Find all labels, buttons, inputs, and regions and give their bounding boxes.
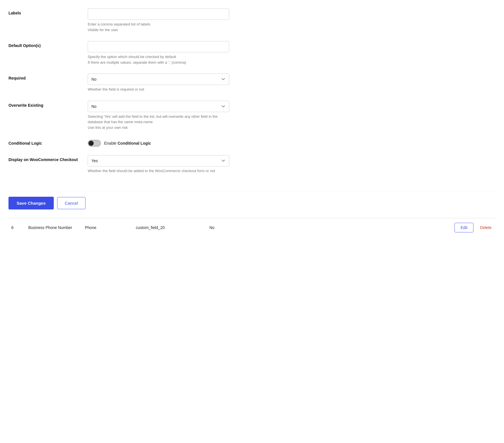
default-options-control: Specify the option which should be check… xyxy=(88,41,229,65)
required-label: Required xyxy=(8,74,82,80)
overwrite-existing-row: Overwrite Existing No Yes Selecting 'Yes… xyxy=(8,101,496,130)
woocommerce-row: Display on WooCommerce Checkout Yes No W… xyxy=(8,155,496,174)
row-field-type: Phone xyxy=(85,225,136,230)
row-number: 6 xyxy=(11,225,28,230)
toggle-slider xyxy=(88,140,101,147)
row-actions: Edit Delete xyxy=(454,223,493,232)
required-control: No Yes Whether the field is required or … xyxy=(88,74,229,92)
row-meta-name: custom_field_20 xyxy=(136,225,209,230)
labels-row: Labels Enter a comma separated list of l… xyxy=(8,8,496,33)
edit-button[interactable]: Edit xyxy=(454,223,473,232)
conditional-logic-toggle-label: Enable Conditional Logic xyxy=(104,141,151,145)
form-section: Labels Enter a comma separated list of l… xyxy=(8,6,496,191)
page-wrapper: Labels Enter a comma separated list of l… xyxy=(0,0,504,243)
labels-control: Enter a comma separated list of labels V… xyxy=(88,8,229,33)
delete-button[interactable]: Delete xyxy=(479,223,493,232)
woocommerce-hint: Whether the field should be added to the… xyxy=(88,168,229,174)
labels-label: Labels xyxy=(8,8,82,15)
conditional-logic-control: Enable Conditional Logic xyxy=(88,139,229,147)
conditional-logic-row: Conditional Logic Enable Conditional Log… xyxy=(8,139,496,147)
default-options-row: Default Option(s) Specify the option whi… xyxy=(8,41,496,65)
table-row: 6 Business Phone Number Phone custom_fie… xyxy=(8,218,496,237)
buttons-row: Save Changes Cancel xyxy=(8,191,496,218)
required-hint: Whether the field is required or not xyxy=(88,87,229,92)
default-options-label: Default Option(s) xyxy=(8,41,82,48)
overwrite-existing-label: Overwrite Existing xyxy=(8,101,82,108)
conditional-logic-label: Conditional Logic xyxy=(8,139,82,145)
default-options-hint: Specify the option which should be check… xyxy=(88,54,229,65)
woocommerce-select[interactable]: Yes No xyxy=(88,155,229,166)
labels-hint: Enter a comma separated list of labels V… xyxy=(88,22,229,33)
default-options-input[interactable] xyxy=(88,41,229,52)
woocommerce-control: Yes No Whether the field should be added… xyxy=(88,155,229,174)
row-required: No xyxy=(209,225,255,230)
woocommerce-label: Display on WooCommerce Checkout xyxy=(8,155,82,162)
overwrite-existing-hint: Selecting 'Yes' will add the field to th… xyxy=(88,114,229,130)
toggle-wrap: Enable Conditional Logic xyxy=(88,139,229,147)
cancel-button[interactable]: Cancel xyxy=(57,197,85,209)
row-field-name: Business Phone Number xyxy=(28,225,85,230)
overwrite-existing-control: No Yes Selecting 'Yes' will add the fiel… xyxy=(88,101,229,130)
save-changes-button[interactable]: Save Changes xyxy=(8,197,54,209)
conditional-logic-toggle[interactable] xyxy=(88,140,101,147)
required-select[interactable]: No Yes xyxy=(88,74,229,85)
labels-input[interactable] xyxy=(88,8,229,20)
overwrite-existing-select[interactable]: No Yes xyxy=(88,101,229,112)
required-row: Required No Yes Whether the field is req… xyxy=(8,74,496,92)
